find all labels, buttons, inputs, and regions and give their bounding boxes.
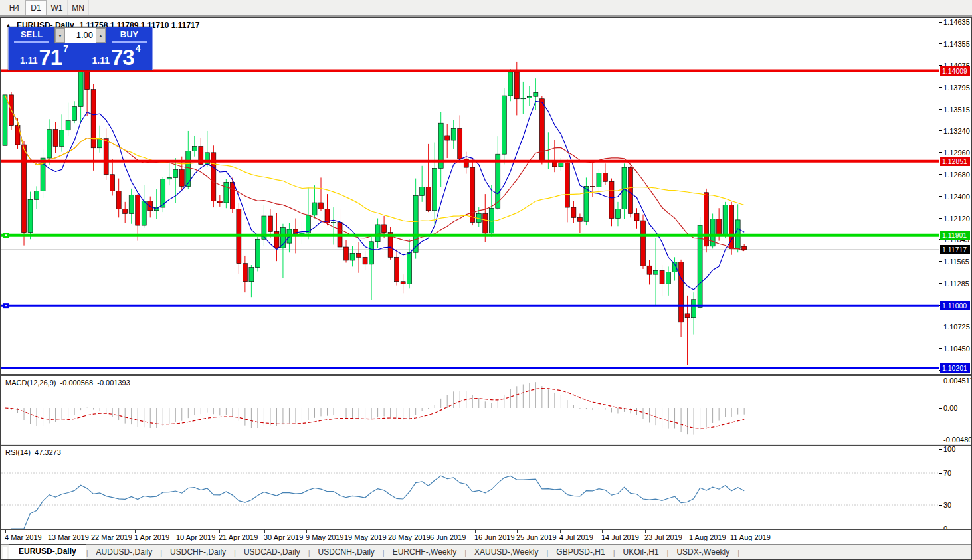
y-axis-tick-label: 1.12680 bbox=[943, 171, 970, 179]
x-axis-label: 22 Mar 2019 bbox=[91, 533, 132, 541]
timeframe-button-h4[interactable]: H4 bbox=[4, 0, 25, 15]
candle-body bbox=[590, 186, 595, 187]
timeframe-button-w1[interactable]: W1 bbox=[47, 0, 68, 15]
y-axis-tick-label: 1.10725 bbox=[943, 323, 970, 331]
price-axis[interactable]: 1.146351.143551.140751.137951.135151.132… bbox=[939, 18, 971, 374]
candle-body bbox=[609, 181, 614, 218]
y-axis-tick bbox=[939, 152, 942, 153]
buy-price-pip: 4 bbox=[136, 42, 141, 54]
macd-signal-value: -0.001393 bbox=[97, 379, 130, 387]
volume-decrease-button[interactable]: ▼ bbox=[55, 28, 65, 43]
rsi-axis-tick bbox=[939, 505, 942, 506]
y-axis-tick bbox=[939, 218, 942, 219]
y-axis-tick-label: 1.14635 bbox=[943, 18, 970, 26]
buy-button[interactable]: BUY bbox=[106, 27, 152, 43]
candle-body bbox=[692, 300, 696, 318]
volume-input[interactable]: 1.00 bbox=[65, 28, 96, 43]
candle-body bbox=[47, 130, 52, 158]
candlestick-series bbox=[3, 34, 747, 365]
x-axis-tick bbox=[560, 530, 561, 533]
candle-body bbox=[571, 207, 576, 217]
candle-body bbox=[426, 187, 431, 211]
candle-body bbox=[395, 257, 399, 281]
candle-body bbox=[28, 199, 33, 232]
tab-usdcnh-daily[interactable]: USDCNH-,Daily bbox=[310, 545, 383, 559]
candle-body bbox=[433, 168, 437, 210]
price-badge-1.11901: 1.11901 bbox=[940, 231, 970, 240]
rsi-axis-label: 100 bbox=[943, 446, 955, 453]
candle-body bbox=[401, 282, 405, 284]
candle-body bbox=[584, 186, 589, 221]
y-axis-tick-label: 1.11565 bbox=[943, 258, 969, 266]
macd-axis-tick bbox=[939, 440, 942, 440]
x-axis-tick bbox=[264, 530, 265, 533]
rsi-chart-svg bbox=[1, 446, 939, 529]
candle-body bbox=[319, 203, 324, 209]
sell-price-prefix: 1.11 bbox=[20, 55, 37, 68]
tab-usdx-weekly[interactable]: USDX-,Weekly bbox=[668, 545, 737, 559]
y-axis-tick-label: 1.14355 bbox=[943, 40, 970, 48]
x-axis-tick bbox=[731, 530, 731, 533]
rsi-axis-tick bbox=[939, 449, 942, 450]
price-badge-1.11000: 1.11000 bbox=[940, 301, 970, 310]
y-axis-tick-label: 1.13795 bbox=[943, 84, 970, 92]
sell-button[interactable]: SELL bbox=[9, 27, 54, 43]
candle-body bbox=[104, 139, 108, 175]
candlestick-chart-svg[interactable] bbox=[1, 18, 939, 374]
candle-body bbox=[98, 139, 102, 148]
tab-ukoil-h1[interactable]: UKOil-,H1 bbox=[615, 545, 667, 559]
tab-audusd-daily[interactable]: AUDUSD-,Daily bbox=[88, 545, 161, 559]
tab-usdcad-daily[interactable]: USDCAD-,Daily bbox=[236, 545, 308, 559]
candle-body bbox=[167, 177, 171, 179]
x-axis-label: 14 Jul 2019 bbox=[601, 533, 639, 541]
buy-price[interactable]: 1.11 73 4 bbox=[80, 42, 152, 68]
macd-chart-svg bbox=[1, 376, 939, 444]
candle-body bbox=[723, 205, 728, 236]
timeframe-button-mn[interactable]: MN bbox=[68, 0, 89, 15]
candle-body bbox=[647, 266, 652, 274]
price-chart-pane[interactable]: ▲ EURUSD-,Daily 1.11758 1.11789 1.11710 … bbox=[1, 18, 971, 374]
candle-body bbox=[559, 163, 563, 167]
rsi-pane[interactable]: RSI(14) 47.3273 10070300 bbox=[1, 446, 971, 529]
candle-body bbox=[72, 106, 77, 120]
candle-body bbox=[136, 195, 140, 225]
timeframe-toolbar: H4D1W1MN bbox=[0, 0, 972, 17]
candle-body bbox=[420, 187, 425, 196]
tab-eurusd-daily[interactable]: EURUSD-,Daily bbox=[9, 544, 86, 559]
x-axis-label: 16 Jun 2019 bbox=[474, 533, 515, 541]
candle-body bbox=[615, 209, 620, 218]
macd-pane[interactable]: MACD(12,26,9) -0.000568 -0.001393 0.0045… bbox=[1, 376, 971, 444]
candle-body bbox=[53, 130, 58, 147]
volume-increase-button[interactable]: ▲ bbox=[96, 28, 106, 43]
price-badge-1.14009: 1.14009 bbox=[940, 66, 970, 76]
tab-usdchf-daily[interactable]: USDCHF-,Daily bbox=[162, 545, 234, 559]
candle-body bbox=[445, 136, 450, 140]
sell-price[interactable]: 1.11 71 7 bbox=[9, 42, 80, 68]
candle-body bbox=[717, 219, 722, 236]
timeframe-button-d1[interactable]: D1 bbox=[25, 0, 47, 15]
level-handle-dot bbox=[5, 234, 7, 236]
moving-average-45 bbox=[5, 95, 745, 221]
tab-gbpusd-h1[interactable]: GBPUSD-,H1 bbox=[548, 545, 613, 559]
x-axis-tick bbox=[345, 530, 345, 533]
price-badge-1.11717: 1.11717 bbox=[940, 245, 970, 254]
candle-body bbox=[116, 191, 121, 209]
x-axis-tick bbox=[92, 530, 92, 533]
tab-xauusd-weekly[interactable]: XAUUSD-,Weekly bbox=[466, 545, 546, 559]
y-axis-tick-label: 1.11285 bbox=[943, 280, 969, 288]
time-axis[interactable]: 4 Mar 201913 Mar 201922 Mar 20191 Apr 20… bbox=[1, 529, 971, 544]
macd-axis-label: -0.004806 bbox=[943, 436, 971, 444]
candle-body bbox=[148, 201, 153, 211]
macd-axis-label: 0.00 bbox=[943, 404, 957, 412]
candle-body bbox=[685, 314, 690, 318]
x-axis-label: 23 Jul 2019 bbox=[644, 533, 682, 541]
rsi-axis[interactable]: 10070300 bbox=[939, 446, 971, 529]
macd-axis[interactable]: 0.0045170.00-0.004806 bbox=[939, 376, 971, 444]
candle-body bbox=[22, 145, 27, 233]
candle-body bbox=[666, 272, 671, 284]
candle-body bbox=[173, 170, 178, 178]
x-axis-label: 28 May 2019 bbox=[388, 533, 431, 541]
tab-eurchf-weekly[interactable]: EURCHF-,Weekly bbox=[385, 545, 464, 559]
x-axis-tick bbox=[645, 530, 646, 533]
candle-body bbox=[470, 167, 475, 222]
